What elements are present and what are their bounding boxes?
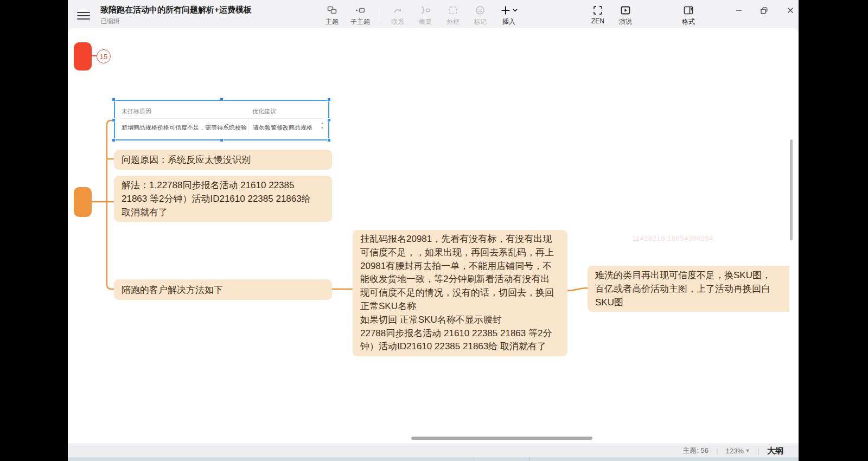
collapsed-red-topic[interactable] [74,42,92,71]
taskbar-edge [68,457,799,461]
statusbar-divider: | [716,447,718,455]
document-title: 致陪跑在活动中的所有问题解析+运费模板 [100,5,252,15]
boundary-icon [447,4,459,16]
chevron-down-icon: ▼ [745,448,750,453]
topic-problem[interactable]: 问题原因：系统反应太慢没识别 [114,150,332,170]
table-scroll-arrows[interactable]: ▲▼ [320,121,325,130]
zoom-control[interactable]: 123% ▼ [725,447,750,455]
table-header-cell: 未打标原因 [119,107,248,116]
topic-count: 主题: 56 [682,446,709,456]
arrow-down-icon: ▼ [321,126,324,130]
status-bar: 主题: 56 | 123% ▼ | 大纲 [68,444,799,457]
relation-icon [392,4,404,16]
toolbar-marker-button[interactable]: 标记 [466,4,494,28]
title-bar: 致陪跑在活动中的所有问题解析+运费模板 已编辑 主题 子主题 联系 概要 [68,0,799,31]
topic-detail[interactable]: 挂乱码报名20981，先看有没有标，有没有出现 可信度不足，，如果出现，再回去系… [353,230,567,356]
toolbar-summary-button[interactable]: 概要 [411,4,439,28]
mindmap-canvas[interactable]: 15 未打标原因 优化建议 新增商品规格价格可信度不足，需等待系统校验 请勿频繁… [68,28,799,444]
selection-handle[interactable] [220,98,224,101]
toolbar-boundary-button[interactable]: 外框 [439,4,467,28]
selection-handle[interactable] [327,98,331,101]
hamburger-menu-icon[interactable] [77,10,90,21]
table-cell: 新增商品规格价格可信度不足，需等待系统校验 [119,124,248,132]
minimize-button[interactable] [730,3,748,17]
table-row: 新增商品规格价格可信度不足，需等待系统校验 请勿频繁修改商品规格 [119,119,324,136]
collapsed-count-badge[interactable]: 15 [97,49,111,63]
watermark-text: 11428218:18654300294 [632,234,713,242]
screen: 致陪跑在活动中的所有问题解析+运费模板 已编辑 主题 子主题 联系 概要 [0,0,868,461]
statusbar-divider: | [758,447,760,455]
selection-handle[interactable] [220,138,224,142]
subtopic-icon [354,4,366,16]
selection-handle[interactable] [112,98,116,101]
table: 未打标原因 优化建议 新增商品规格价格可信度不足，需等待系统校验 请勿频繁修改商… [119,104,324,136]
edit-status: 已编辑 [100,17,120,26]
table-topic-selected[interactable]: 未打标原因 优化建议 新增商品规格价格可信度不足，需等待系统校验 请勿频繁修改商… [114,100,329,140]
toolbar-topic-button[interactable]: 主题 [318,4,346,28]
toolbar-format-button[interactable]: 格式 [674,4,703,28]
topic-solution[interactable]: 解法：1.22788同步报名活动 21610 22385 21863 等2分钟）… [114,176,332,222]
toolbar-separator [380,9,380,23]
topic-right[interactable]: 难洗的类目再出现可信度不足，换SKU图， 百亿或者高价活动主图，上了活动再换回自… [588,266,789,312]
table-header-cell: 优化建议 [248,104,317,118]
selection-handle[interactable] [112,118,116,122]
toolbar-insert-button[interactable]: 插入 [495,4,523,28]
restore-button[interactable] [755,3,773,17]
zen-fullscreen-icon [592,4,604,16]
topic-method[interactable]: 陪跑的客户解决方法如下 [114,279,332,300]
toolbar-relation-button[interactable]: 联系 [384,4,412,28]
play-icon [620,4,631,16]
zoom-level: 123% [725,447,743,455]
parent-orange-topic[interactable] [74,187,92,217]
plus-icon [500,4,518,16]
horizontal-scrollbar[interactable] [411,437,592,440]
close-button[interactable] [781,3,800,17]
toolbar-present-button[interactable]: 演说 [611,4,640,28]
topic-icon [326,4,338,16]
format-panel-icon [682,4,694,16]
selection-handle[interactable] [327,118,331,122]
table-cell: 请勿频繁修改商品规格 [248,119,317,136]
summary-icon [419,4,431,16]
arrow-up-icon: ▲ [321,121,324,125]
toolbar-subtopic-button[interactable]: 子主题 [346,4,374,28]
table-header-row: 未打标原因 优化建议 [119,104,324,119]
toolbar-zen-button[interactable]: ZEN [584,4,612,28]
app-window: 致陪跑在活动中的所有问题解析+运费模板 已编辑 主题 子主题 联系 概要 [68,0,799,461]
outline-button[interactable]: 大纲 [767,446,783,456]
selection-handle[interactable] [112,138,116,142]
vertical-scrollbar[interactable] [790,139,793,240]
marker-smiley-icon [474,4,486,16]
selection-handle[interactable] [327,138,331,142]
